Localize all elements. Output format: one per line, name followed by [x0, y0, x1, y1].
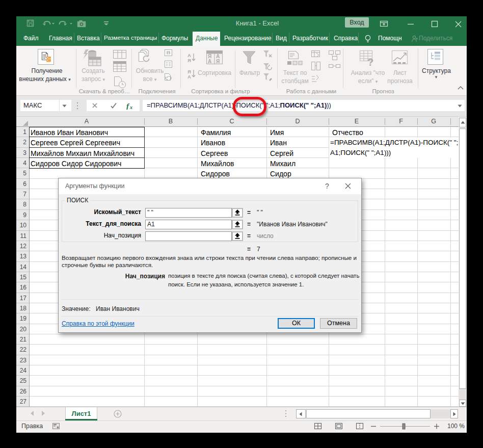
svg-text:А: А	[187, 74, 191, 80]
svg-text:x: x	[129, 104, 132, 110]
svg-text:f: f	[126, 102, 130, 110]
svg-text:А: А	[208, 59, 211, 64]
svg-text:Я: Я	[187, 58, 191, 63]
svg-text:Я: Я	[216, 59, 220, 64]
svg-text:?: ?	[367, 57, 373, 67]
